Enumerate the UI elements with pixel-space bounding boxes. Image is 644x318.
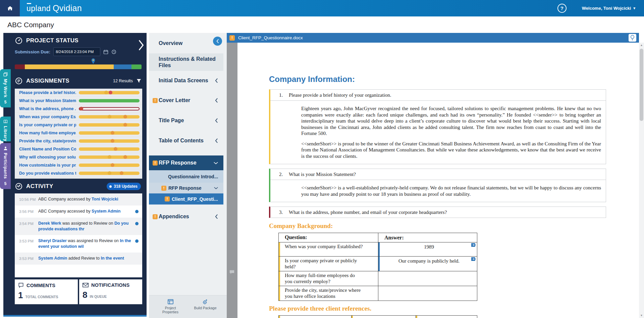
comments-title: COMMENTS: [26, 283, 55, 288]
answer-cell[interactable]: Our company is publicly held.: [378, 257, 476, 271]
qa-table-row: Is your company private or publicly held…: [279, 257, 477, 271]
lightbulb-icon[interactable]: [629, 34, 636, 42]
answer-area[interactable]: <<senderShort>> is a well-established pr…: [270, 180, 606, 202]
home-button[interactable]: [0, 0, 20, 16]
scrollbar-thumb[interactable]: [640, 49, 643, 121]
assignment-link[interactable]: Client Name and Position Co...: [19, 147, 76, 151]
activity-link[interactable]: Sheryl Drasler: [38, 238, 67, 243]
assignment-link[interactable]: When was your company Es...: [19, 115, 76, 119]
nav-item-questionnaire-introduction[interactable]: Questionnaire Introd...: [149, 170, 223, 183]
assignment-link[interactable]: Why will choosing your solu...: [19, 155, 76, 160]
chevron-down-icon[interactable]: [214, 187, 218, 189]
notifications-card[interactable]: NOTIFICATIONS 8 IN QUEUE: [79, 279, 142, 304]
assignment-link[interactable]: Is your company private or p...: [19, 123, 76, 127]
project-properties-button[interactable]: Project Properties: [157, 299, 183, 318]
chevron-left-icon[interactable]: [215, 78, 218, 83]
notifications-count: 8: [83, 290, 87, 299]
chevron-down-icon[interactable]: [214, 162, 218, 165]
assignment-link[interactable]: What is the address, phone ...: [19, 106, 76, 111]
comments-caption: TOTAL COMMENTS: [25, 295, 58, 299]
activity-link[interactable]: System Admin: [92, 209, 120, 214]
nav-item-initial-data-screens[interactable]: Initial Data Screens: [149, 71, 223, 90]
assignment-link[interactable]: What is your Mission Statem...: [19, 98, 76, 103]
results-count: 12 Results: [113, 79, 133, 83]
scroll-down-icon[interactable]: ▼: [639, 313, 644, 318]
question-row: 3. What is the address, phone number, an…: [270, 207, 606, 218]
user-menu[interactable]: Welcome, Toni Wojcicki ▾: [582, 6, 635, 11]
activity-link[interactable]: In the event: [101, 256, 124, 261]
answer-cell[interactable]: [378, 286, 476, 301]
activity-link[interactable]: Toni Wojcicki: [92, 197, 118, 201]
nav-item-client-rfp-questionnaire[interactable]: ! Client_RFP_Questi...: [149, 193, 223, 205]
filter-icon[interactable]: [136, 78, 142, 84]
section-title: ASSIGNMENTS: [26, 78, 69, 84]
nav-item-rfp-response-sub[interactable]: ! RFP Response: [149, 183, 223, 193]
assignment-link[interactable]: Do you provide evaluations t...: [19, 171, 76, 176]
answer-paragraph: <<senderShort>> is a well-established pr…: [301, 185, 601, 197]
header-text: Answer:: [384, 235, 404, 240]
nav-item-rfp-response[interactable]: ! RFP Response: [149, 155, 223, 170]
document-gutter: [227, 43, 237, 318]
assignment-link[interactable]: How customizable is your pr...: [19, 163, 76, 168]
comments-count: 1: [18, 291, 23, 300]
calendar-icon[interactable]: [103, 49, 108, 54]
assignment-progress-bar: [79, 131, 140, 135]
assignment-link[interactable]: How many full-time employe...: [19, 131, 76, 135]
assignments-icon: [15, 77, 23, 85]
activity-plain: added Review to: [67, 256, 101, 261]
chevron-left-icon[interactable]: [215, 214, 218, 219]
activity-link[interactable]: System Admin: [38, 256, 67, 261]
activity-link[interactable]: Derek Werk: [38, 221, 61, 226]
nav-label: Initial Data Screens: [159, 78, 208, 84]
nav-item-instructions[interactable]: Instructions & Related Files: [149, 53, 223, 71]
answer-cell[interactable]: [378, 271, 476, 286]
assignment-link[interactable]: Provide the city, state/provin...: [19, 139, 76, 143]
linked-content-icon[interactable]: [471, 243, 476, 247]
submission-due-input[interactable]: 8/24/2018 2:23:04 PM: [53, 47, 100, 56]
answer-area[interactable]: Eighteen years ago, John MacGyver recogn…: [270, 101, 606, 164]
sidebar-tab-my-work[interactable]: My Work 5: [0, 69, 11, 107]
expand-status-chevron-icon[interactable]: [138, 40, 144, 51]
help-icon[interactable]: ?: [557, 4, 567, 13]
qa-table-header-row: Question: Answer:: [279, 233, 477, 242]
nav-label: Cover Letter: [159, 97, 190, 103]
clock-icon[interactable]: [111, 49, 116, 54]
assignment-progress-bar: [79, 155, 140, 159]
answer-cell[interactable]: 1989: [378, 242, 476, 256]
sidebar-tab-participants[interactable]: Participants 5: [0, 143, 11, 189]
nav-item-cover-letter[interactable]: ! Cover Letter: [149, 90, 223, 110]
comments-card[interactable]: COMMENTS 1 TOTAL COMMENTS: [15, 279, 78, 304]
question-row: 2. What is your Mission Statement?: [270, 169, 606, 180]
linked-content-icon[interactable]: [471, 257, 476, 261]
build-package-button[interactable]: Build Package: [192, 299, 218, 318]
warning-icon: !: [153, 161, 158, 166]
nav-item-overview[interactable]: Overview: [149, 33, 223, 53]
nav-label: RFP Response: [168, 185, 202, 191]
assignment-row: Please provide a brief histor...: [15, 89, 142, 97]
question-block: 2. What is your Mission Statement? <<sen…: [269, 169, 606, 202]
assignment-link[interactable]: Please provide a brief histor...: [19, 90, 76, 95]
nav-item-table-of-contents[interactable]: Table of Contents: [149, 131, 223, 151]
activity-icon: [15, 182, 23, 190]
activity-time: 3:53 PM: [19, 238, 38, 249]
collapse-panel-button[interactable]: [213, 37, 222, 46]
chevron-left-icon[interactable]: [215, 118, 218, 123]
question-header-cell: Question:: [279, 233, 378, 242]
chevron-left-icon[interactable]: [215, 138, 218, 143]
comment-marker-icon[interactable]: [229, 270, 235, 275]
reference-header-cell: Contact Information: [416, 316, 477, 318]
document-scrollbar[interactable]: ▲ ▼: [639, 43, 644, 318]
chevron-left-icon[interactable]: [215, 98, 218, 103]
sidebar-tab-library[interactable]: Library: [0, 117, 11, 141]
activity-row: 3:53 PM System Admin added Review to In …: [15, 253, 142, 265]
page-title-bar: ABC Company: [0, 16, 644, 33]
nav-item-title-page[interactable]: Title Page: [149, 110, 223, 131]
scroll-up-icon[interactable]: ▲: [639, 43, 644, 48]
warning-icon: !: [153, 214, 158, 219]
question-block: 1. Please provide a brief history of you…: [269, 89, 606, 164]
assignment-row: What is your Mission Statem...: [15, 97, 142, 105]
section-title: PROJECT STATUS: [26, 37, 78, 44]
nav-item-appendices[interactable]: ! Appendices: [149, 208, 223, 225]
nav-label: RFP Response: [159, 160, 197, 166]
brand-upland: upland: [26, 4, 51, 13]
